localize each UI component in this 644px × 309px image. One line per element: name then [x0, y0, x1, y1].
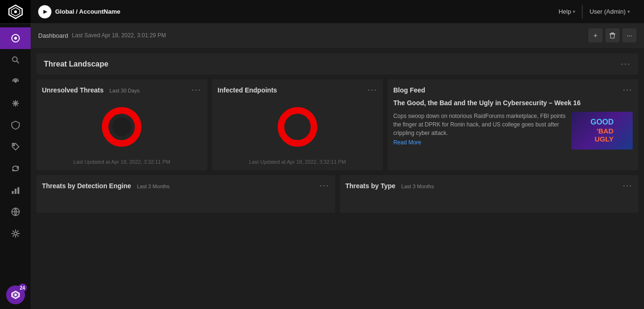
- svg-rect-23: [611, 33, 614, 33]
- sidebar-item-dashboard[interactable]: [0, 27, 31, 49]
- threats-detection-widget: Threats by Detection Engine Last 3 Month…: [36, 175, 335, 213]
- user-menu-button[interactable]: User (Admin) ▾: [583, 5, 636, 18]
- asterisk-icon: [11, 99, 20, 108]
- threats-type-header: Threats by Type Last 3 Months ···: [346, 181, 633, 191]
- sidebar-item-shield[interactable]: [0, 114, 31, 136]
- topbar: Global / AccountName Help ▾ User (Admin)…: [31, 0, 644, 24]
- unresolved-threats-chart: [100, 106, 143, 148]
- threats-type-more[interactable]: ···: [623, 181, 633, 191]
- delete-button[interactable]: [605, 28, 619, 42]
- search-icon: [11, 56, 20, 64]
- svg-rect-14: [15, 189, 17, 194]
- trash-icon: [609, 32, 616, 39]
- blog-feed-widget: Blog Feed ··· The Good, the Bad and the …: [388, 79, 638, 170]
- avatar-icon: [10, 290, 21, 300]
- infected-endpoints-footer: Last Updated at Apr 18, 2022, 3:32:11 PM: [218, 159, 378, 165]
- unresolved-threats-more[interactable]: ···: [192, 85, 202, 95]
- svg-point-2: [14, 10, 17, 13]
- help-button[interactable]: Help ▾: [552, 5, 583, 18]
- infected-endpoints-title: Infected Endpoints: [218, 86, 277, 94]
- section-more-menu[interactable]: ···: [621, 59, 631, 69]
- user-avatar[interactable]: 24: [6, 285, 25, 304]
- user-chevron: ▾: [627, 9, 630, 14]
- sidebar-item-search[interactable]: [0, 49, 31, 71]
- topbar-left: Global / AccountName: [38, 5, 120, 18]
- more-options-button[interactable]: ···: [622, 28, 636, 42]
- add-widget-button[interactable]: +: [588, 28, 603, 42]
- dashboard-title-row: Dashboard Last Saved Apr 18, 2022, 3:01:…: [38, 32, 166, 39]
- dashboard-header: Dashboard Last Saved Apr 18, 2022, 3:01:…: [31, 24, 644, 48]
- unresolved-threats-header: Unresolved Threats Last 30 Days ···: [42, 85, 202, 95]
- dashboard: Dashboard Last Saved Apr 18, 2022, 3:01:…: [31, 24, 644, 309]
- unresolved-threats-footer: Last Updated at Apr 18, 2022, 3:32:11 PM: [42, 159, 202, 165]
- svg-point-4: [14, 37, 17, 40]
- sidebar: 24: [0, 0, 31, 309]
- infected-endpoints-chart: [276, 106, 319, 148]
- threats-type-title: Threats by Type: [346, 182, 396, 190]
- infected-endpoints-widget: Infected Endpoints ··· Last Updated at A…: [212, 79, 383, 170]
- svg-line-6: [17, 61, 19, 64]
- chart-icon: [11, 185, 20, 195]
- breadcrumb-account: AccountName: [79, 8, 120, 15]
- threats-detection-header: Threats by Detection Engine Last 3 Month…: [42, 181, 330, 191]
- svg-rect-13: [12, 191, 14, 194]
- section-header: Threat Landscape ···: [44, 59, 631, 69]
- sidebar-item-refresh[interactable]: [0, 158, 31, 179]
- shield-icon: [11, 120, 20, 130]
- unresolved-threats-subtitle: Last 30 Days: [109, 88, 140, 93]
- sidebar-item-signals[interactable]: [0, 71, 31, 92]
- svg-point-5: [12, 57, 17, 62]
- sidebar-item-star[interactable]: [0, 92, 31, 114]
- dashboard-actions: + ···: [588, 28, 636, 42]
- play-button[interactable]: [38, 5, 51, 18]
- dashboard-icon: [11, 33, 20, 43]
- blog-image-good: GOOD: [591, 118, 614, 126]
- infected-endpoints-more[interactable]: ···: [367, 85, 377, 95]
- blog-thumbnail: GOOD 'BAD UGLY: [571, 112, 633, 150]
- blog-article-title: The Good, the Bad and the Ugly in Cybers…: [393, 99, 633, 108]
- sidebar-bottom: 24: [0, 285, 31, 309]
- infected-endpoints-body: [218, 99, 378, 155]
- svg-point-12: [13, 144, 15, 146]
- topbar-right: Help ▾ User (Admin) ▾: [552, 5, 636, 19]
- svg-point-21: [14, 294, 17, 296]
- main-content: Global / AccountName Help ▾ User (Admin)…: [31, 0, 644, 309]
- blog-article-body: Cops swoop down on notorious RaidForums …: [393, 112, 566, 137]
- app-logo-icon: [8, 4, 23, 19]
- help-chevron: ▾: [573, 9, 575, 14]
- tag-icon: [11, 142, 20, 151]
- sidebar-item-chart[interactable]: [0, 179, 31, 201]
- widgets-row-1: Unresolved Threats Last 30 Days ··· Las: [36, 79, 638, 170]
- widgets-row-2: Threats by Detection Engine Last 3 Month…: [36, 175, 638, 213]
- dashboard-saved: Last Saved Apr 18, 2022, 3:01:29 PM: [72, 32, 166, 39]
- threat-landscape-section: Threat Landscape ···: [36, 53, 638, 75]
- threats-detection-title: Threats by Detection Engine: [42, 182, 131, 190]
- read-more-link[interactable]: Read More: [393, 139, 566, 146]
- signals-icon: [11, 77, 20, 86]
- sidebar-item-tag[interactable]: [0, 136, 31, 158]
- blog-feed-more[interactable]: ···: [623, 85, 633, 95]
- blog-feed-title: Blog Feed: [393, 86, 425, 94]
- blog-image-bad: 'BAD: [591, 127, 614, 135]
- svg-rect-15: [17, 187, 19, 194]
- notification-badge: 24: [18, 284, 27, 292]
- blog-content: The Good, the Bad and the Ugly in Cybers…: [393, 99, 633, 150]
- breadcrumb-separator: /: [76, 8, 79, 15]
- blog-feed-header: Blog Feed ···: [393, 85, 633, 95]
- threats-detection-more[interactable]: ···: [319, 181, 329, 191]
- globe-icon: [11, 207, 20, 217]
- unresolved-threats-widget: Unresolved Threats Last 30 Days ··· Las: [36, 79, 207, 170]
- svg-point-29: [288, 117, 307, 136]
- sidebar-item-settings[interactable]: [0, 223, 31, 244]
- settings-icon: [11, 229, 20, 238]
- threats-detection-subtitle: Last 3 Months: [137, 184, 170, 189]
- unresolved-threats-body: [42, 99, 202, 155]
- svg-point-18: [14, 232, 17, 235]
- blog-image-ugly: UGLY: [591, 135, 614, 143]
- threats-type-widget: Threats by Type Last 3 Months ···: [340, 175, 639, 213]
- sidebar-item-globe[interactable]: [0, 201, 31, 223]
- breadcrumb: Global / AccountName: [55, 8, 120, 15]
- breadcrumb-global: Global: [55, 8, 74, 15]
- sidebar-logo: [0, 0, 31, 24]
- unresolved-threats-title: Unresolved Threats: [42, 86, 104, 94]
